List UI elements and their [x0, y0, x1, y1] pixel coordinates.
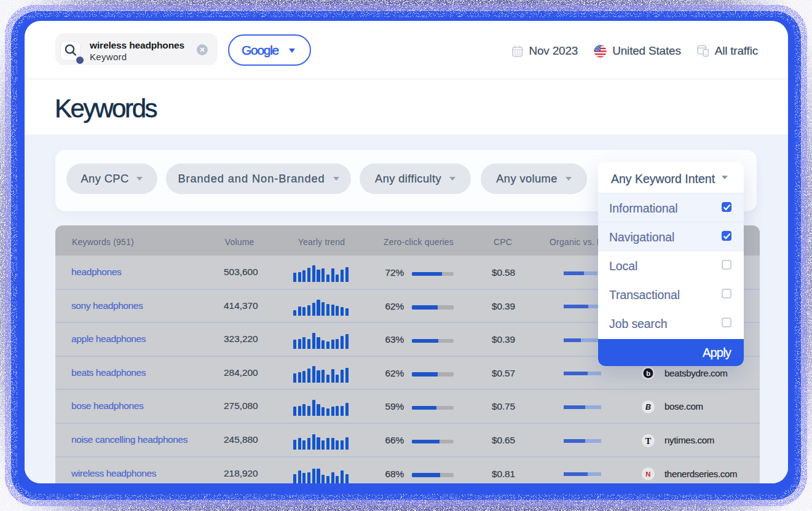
svg-text:T: T: [645, 436, 652, 445]
svg-text:b: b: [646, 370, 650, 377]
svg-text:B: B: [645, 403, 651, 412]
svg-text:N: N: [645, 470, 650, 478]
